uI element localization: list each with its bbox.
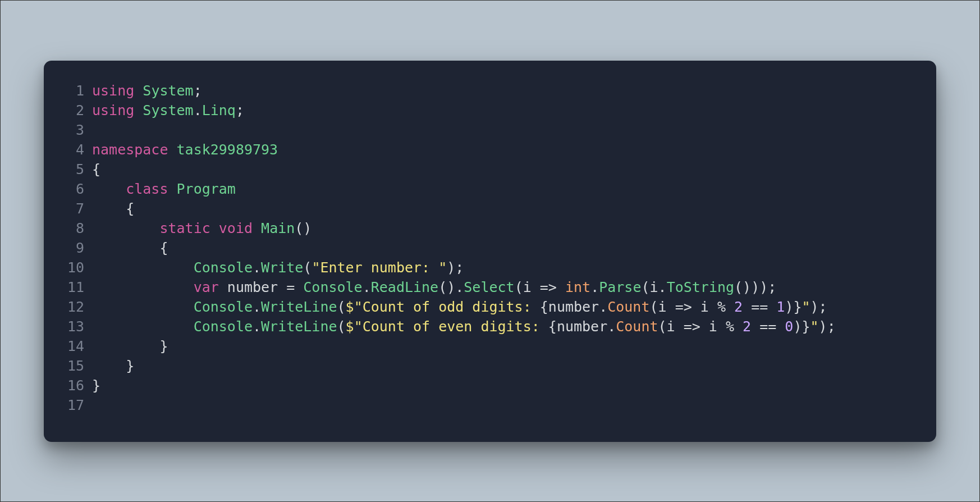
token-str: $"Count of odd digits: [346,299,540,315]
token-punc: ( [515,279,523,295]
token-type: Console [303,279,362,295]
token-kw: class [126,181,168,197]
token-punc: ( [303,259,312,276]
token-fn: WriteLine [261,318,337,335]
code-content: Console.WriteLine($"Count of odd digits:… [92,297,827,317]
token-punc: } [92,338,168,354]
token-kw: void [219,220,253,236]
token-punc: == [751,318,785,335]
token-param: i [658,299,667,315]
token-punc: ( [649,299,658,315]
token-fn: WriteLine [261,299,337,315]
token-punc: => [532,279,565,295]
token-punc: } [92,377,100,394]
token-param: i [650,279,658,295]
token-kw: static [159,220,210,236]
code-line: 17 [61,395,919,415]
line-number: 10 [61,258,92,277]
token-punc: { [92,200,134,217]
token-punc: % [709,299,734,315]
token-punc [219,279,227,295]
token-punc [92,299,194,315]
code-content: namespace task29989793 [92,140,278,159]
token-punc: . [607,318,616,335]
token-punc: % [717,318,743,335]
token-punc [92,279,194,295]
token-punc: . [599,299,607,315]
code-line: 16} [61,376,919,395]
token-punc: )} [785,299,802,315]
code-content: class Program [92,179,236,199]
token-type: Linq [202,102,236,118]
token-type: Console [194,259,253,276]
token-punc [92,259,194,276]
code-line: 6 class Program [61,179,919,199]
token-punc: ( [658,318,667,335]
token-num: 0 [785,318,793,335]
token-fn: ToString [667,279,734,295]
token-punc: ); [447,259,464,276]
token-kw: var [194,279,219,295]
token-param: i [700,299,709,315]
token-punc: . [253,259,261,276]
code-content: Console.Write("Enter number: "); [92,258,464,277]
token-punc [92,318,194,335]
line-number: 7 [61,199,92,218]
token-punc: => [675,318,709,335]
token-fn: Select [464,279,514,295]
token-fn: Main [261,220,295,236]
token-punc: ( [641,279,649,295]
line-number: 2 [61,101,92,120]
token-punc: () [295,220,312,236]
code-content: Console.WriteLine($"Count of even digits… [92,317,836,336]
token-punc: )} [793,318,810,335]
token-punc [253,220,261,236]
code-line: 13 Console.WriteLine($"Count of even dig… [61,317,919,336]
token-punc: ( [337,299,346,315]
token-punc: . [253,299,261,315]
token-param: number [227,279,278,295]
token-param: i [667,318,675,335]
code-content: } [92,336,168,356]
token-kw: using [92,102,134,118]
token-tori: int [565,279,590,295]
token-punc: } [92,358,134,374]
token-param: i [709,318,717,335]
token-tori: Count [607,299,649,315]
token-type: System [143,102,193,118]
token-fn: ReadLine [371,279,438,295]
code-line: 5{ [61,159,919,179]
code-content: var number = Console.ReadLine().Select(i… [92,277,776,297]
token-type: Console [194,318,253,335]
token-punc: = [278,279,303,295]
token-punc: . [253,318,261,335]
code-line: 9 { [61,238,919,258]
token-num: 1 [776,299,785,315]
token-kw: namespace [92,142,168,158]
token-num: 2 [734,299,743,315]
token-fn: Write [261,259,303,276]
token-punc: { [92,240,168,256]
token-punc [168,181,176,197]
token-type: Program [177,181,236,197]
code-content: { [92,238,168,258]
token-type: System [143,83,193,99]
code-line: 8 static void Main() [61,218,919,238]
line-number: 6 [61,179,92,199]
token-punc: { [540,299,548,315]
line-number: 15 [61,356,92,376]
code-line: 15 } [61,356,919,376]
code-line: 1using System; [61,81,919,101]
code-line: 10 Console.Write("Enter number: "); [61,258,919,277]
code-content: { [92,199,134,218]
token-punc [134,83,143,99]
line-number: 16 [61,376,92,395]
token-punc: . [194,102,202,118]
token-punc [168,142,176,158]
token-punc: . [658,279,667,295]
code-editor: 1using System;2using System.Linq;34names… [44,61,936,442]
code-content: } [92,356,134,376]
token-param: number [557,318,607,335]
code-content: using System.Linq; [92,101,244,120]
token-punc [92,220,159,236]
